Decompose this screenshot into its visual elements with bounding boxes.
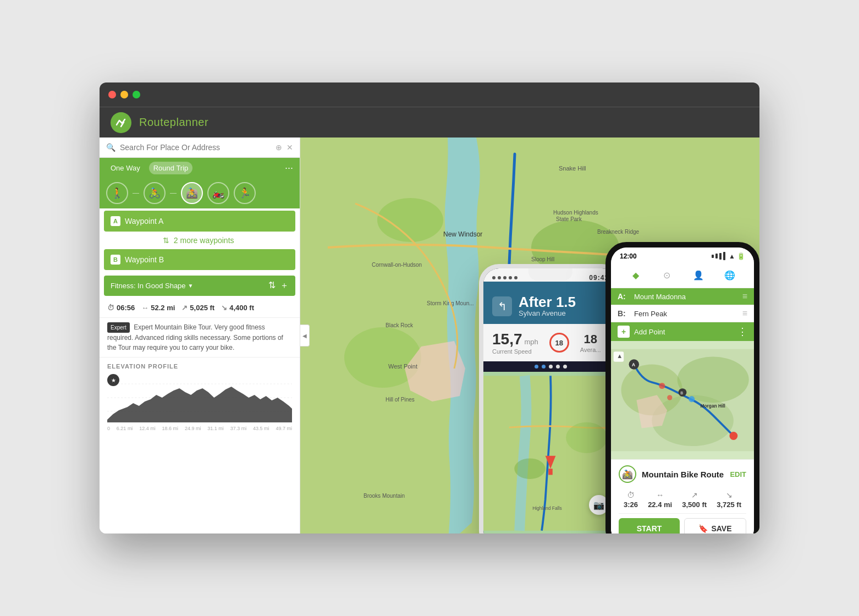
rp-a-label: A: [618, 292, 629, 301]
svg-text:West Point: West Point [388, 363, 417, 370]
signal-bar-4 [723, 252, 725, 260]
waypoint-a-text: Waypoint A [125, 217, 163, 226]
bri-ascent-val: 3,500 ft [682, 501, 707, 509]
svg-text:Morgan Hill: Morgan Hill [701, 403, 725, 409]
rp-b-name: Fern Peak [634, 310, 737, 318]
nav-tab-location[interactable]: ⊙ [659, 267, 675, 283]
rp-a-name: Mount Madonna [634, 293, 737, 301]
bike-icon: 🚵 [619, 465, 636, 483]
tab-round-trip[interactable]: Round Trip [149, 162, 193, 174]
clear-icon[interactable]: ✕ [287, 143, 293, 152]
dot-active-2 [542, 365, 546, 369]
nav-header: ↰ After 1.5 Sylvan Avenue [483, 282, 618, 324]
nav-tab-route[interactable]: ◆ [627, 267, 644, 283]
svg-text:Cornwall-on-Hudson: Cornwall-on-Hudson [372, 262, 422, 268]
gps-icon[interactable]: ⊕ [276, 143, 282, 152]
app-title: Routeplanner [139, 116, 208, 129]
svg-text:New Windsor: New Windsor [443, 230, 482, 238]
speed-value: 15,7 [492, 331, 522, 348]
close-button[interactable] [108, 91, 116, 98]
svg-point-44 [667, 395, 672, 400]
speed-display: 15,7 mph [492, 331, 538, 348]
svg-text:A: A [632, 362, 635, 367]
mac-window: Routeplanner 🔍 ⊕ ✕ One Way Round Trip ··… [100, 82, 759, 534]
speed-avg-label: Avera... [580, 346, 601, 353]
black-route-info: 🚵 Mountain Bike Route EDIT ⏱ 3:26 [611, 459, 754, 534]
transport-bike-alt[interactable]: 🏍️ [207, 182, 229, 204]
route-tabs: One Way Round Trip ··· [100, 158, 300, 178]
elevation-title: ELEVATION PROFILE [107, 363, 292, 370]
nav-street: Sylvan Avenue [519, 309, 576, 317]
bri-time-val: 3:26 [624, 501, 638, 509]
transport-run[interactable]: 🏃 [234, 182, 256, 204]
signal-dots [492, 276, 517, 279]
bri-stats: ⏱ 3:26 ↔ 22.4 mi ↗ 3,500 ft [619, 486, 746, 514]
more-options-button[interactable]: ··· [285, 162, 293, 174]
bri-stat-time: ⏱ 3:26 [624, 491, 638, 509]
nav-tab-profile[interactable]: 👤 [690, 267, 707, 283]
add-more-icon[interactable]: ⋮ [737, 326, 747, 338]
dot-active-1 [535, 365, 538, 369]
map-area[interactable]: Snake Hill New Windsor Hudson Highlands … [300, 138, 759, 534]
dot-inactive-1 [549, 365, 553, 369]
ascent-icon: ↗ [181, 304, 188, 312]
waypoint-b[interactable]: B Waypoint B [104, 249, 295, 270]
waypoint-a-label: A [111, 216, 120, 226]
more-waypoints-text: 2 more waypoints [174, 236, 234, 245]
minimize-button[interactable] [120, 91, 128, 98]
svg-point-45 [689, 396, 695, 402]
phone-white-screen: 09:41 ↰ After 1.5 Sylvan Avenue [483, 268, 618, 534]
add-point-row[interactable]: + Add Point ⋮ [611, 322, 754, 341]
rp-a-menu-icon[interactable]: ≡ [742, 292, 747, 301]
white-phone-map: Highland Falls 📷 [483, 372, 618, 534]
wifi-icon: ▲ [729, 252, 735, 260]
stat-ascent-value: 5,025 ft [190, 304, 214, 312]
phones-container: 09:41 ↰ After 1.5 Sylvan Avenue [479, 242, 759, 534]
svg-text:▲: ▲ [616, 353, 623, 359]
clock-icon: ⏱ [107, 304, 114, 312]
svg-text:Black Rock: Black Rock [386, 322, 414, 328]
signal-bar-2 [715, 254, 718, 258]
fitness-bar[interactable]: Fitness: In Good Shape ▼ ⇅ ＋ [104, 276, 295, 296]
dot-2 [498, 276, 501, 279]
svg-rect-31 [548, 469, 553, 475]
search-input[interactable] [120, 143, 271, 152]
search-bar: 🔍 ⊕ ✕ [100, 138, 300, 158]
elevation-svg [107, 378, 292, 422]
waypoint-a[interactable]: A Waypoint A [104, 211, 295, 232]
fitness-swap-icon[interactable]: ⇅ [268, 280, 276, 292]
black-map-svg: A B Morgan Hill [611, 341, 754, 459]
more-waypoints[interactable]: ⇅ 2 more waypoints [100, 234, 300, 247]
nav-tab-globe[interactable]: 🌐 [722, 267, 738, 283]
save-button[interactable]: 🔖 SAVE [684, 518, 746, 534]
collapse-sidebar-button[interactable]: ◀ [300, 324, 310, 346]
rp-b-menu-icon[interactable]: ≡ [742, 309, 747, 318]
transport-bike[interactable]: 🚴 [144, 182, 166, 204]
start-button[interactable]: START [619, 518, 680, 534]
transport-sep-2: — [170, 189, 177, 197]
svg-point-43 [659, 383, 665, 389]
black-status-bar: 12:00 ▲ 🔋 [611, 248, 754, 262]
descent-icon: ↘ [221, 304, 227, 312]
search-icon: 🔍 [106, 143, 115, 152]
nav-turn-icon: ↰ [492, 296, 512, 316]
dot-inactive-2 [556, 365, 560, 369]
route-stats: ⏱ 06:56 ↔ 52.2 mi ↗ 5,025 ft ↘ 4,400 ft [100, 298, 300, 318]
stat-ascent: ↗ 5,025 ft [181, 304, 214, 312]
svg-text:Breakneck Ridge: Breakneck Ridge [597, 229, 640, 235]
maximize-button[interactable] [133, 91, 140, 98]
tab-one-way[interactable]: One Way [106, 162, 145, 174]
fitness-add-icon[interactable]: ＋ [280, 280, 289, 292]
svg-text:B: B [680, 391, 683, 395]
transport-sep-1: — [133, 189, 139, 197]
transport-mountain-bike[interactable]: 🚵 [181, 182, 203, 204]
black-status-time: 12:00 [620, 252, 637, 260]
dot-inactive-3 [563, 365, 567, 369]
distance-icon: ↔ [141, 304, 148, 312]
save-label: SAVE [711, 524, 731, 533]
route-name: Mountain Bike Route [642, 470, 724, 479]
transport-walk[interactable]: 🚶 [106, 182, 128, 204]
edit-button[interactable]: EDIT [730, 470, 746, 479]
add-point-icon: + [618, 326, 630, 338]
sort-icon: ⇅ [163, 236, 169, 245]
